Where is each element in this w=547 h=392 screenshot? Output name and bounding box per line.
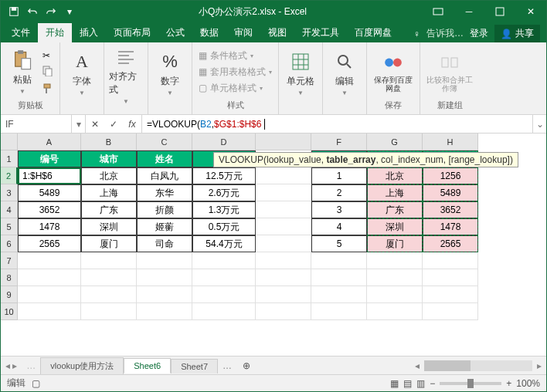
group-number: %数字▼ [148, 42, 192, 114]
share-label: 共享 [515, 27, 534, 40]
copy-icon[interactable] [42, 66, 55, 79]
maximize-icon[interactable] [484, 1, 515, 22]
alignment-button[interactable]: 对齐方式▼ [109, 46, 143, 105]
chevron-down-icon: ▼ [341, 90, 348, 96]
worksheet-area[interactable]: VLOOKUP(lookup_value, table_array, col_i… [1, 133, 546, 356]
title-bar: ▾ 小Q办公演示2.xlsx - Excel ─ ✕ [1, 1, 546, 22]
zoom-level[interactable]: 100% [516, 378, 540, 389]
name-box[interactable]: IF [1, 115, 72, 133]
namebox-dropdown-icon[interactable]: ▾ [72, 115, 86, 133]
font-button[interactable]: A字体▼ [65, 50, 99, 96]
sheet-tab-0[interactable]: vlookup使用方法 [40, 357, 124, 374]
paste-icon [11, 49, 34, 72]
login-button[interactable]: 登录 [470, 27, 488, 40]
zoom-out-icon[interactable]: − [430, 378, 435, 389]
cell-style-icon: ▢ [199, 83, 207, 93]
tab-review[interactable]: 审阅 [226, 23, 260, 42]
active-cell[interactable]: 1:$H$6 [18, 167, 81, 184]
formula-bar: IF ▾ ✕ ✓ fx =VLOOKUP(B2,$G$1:$H$6 ⌄ [1, 115, 546, 133]
save-icon[interactable] [5, 3, 22, 20]
cell-style-button[interactable]: ▢单元格样式 ▾ [197, 81, 274, 96]
svg-rect-9 [44, 84, 50, 88]
sheet-tab-bar: ◂ ▸ … vlookup使用方法 Sheet6 Sheet7 … ⊕ ◂ ▸ [1, 356, 546, 374]
group-styles: ▦条件格式 ▾ ▦套用表格格式 ▾ ▢单元格样式 ▾ 样式 [192, 42, 279, 114]
table-fmt-icon: ▦ [199, 66, 207, 77]
conditional-format-button[interactable]: ▦条件格式 ▾ [197, 49, 274, 63]
share-button[interactable]: 👤共享 [494, 25, 540, 42]
format-painter-icon[interactable] [42, 83, 55, 96]
compare-icon [438, 51, 461, 74]
editing-label: 编辑 [335, 75, 354, 88]
group-cells: 单元格▼ [279, 42, 323, 114]
view-normal-icon[interactable]: ▦ [390, 378, 399, 389]
group-alignment: 对齐方式▼ [104, 42, 148, 114]
group-compare: 比较和合并工作簿 新建组 [420, 42, 479, 114]
formula-expand-icon[interactable]: ⌄ [532, 115, 546, 133]
svg-rect-1 [12, 8, 15, 11]
tab-file[interactable]: 文件 [4, 23, 38, 42]
svg-rect-6 [22, 59, 31, 69]
tab-baidu[interactable]: 百度网盘 [347, 23, 399, 42]
hscroll-right-icon[interactable]: ▸ [532, 360, 546, 371]
fx-icon[interactable]: fx [123, 119, 141, 130]
tab-home[interactable]: 开始 [38, 23, 72, 42]
macro-record-icon[interactable]: ▢ [32, 378, 40, 389]
tell-me-icon[interactable]: ♀ [413, 29, 420, 39]
chevron-down-icon: ▼ [167, 90, 173, 96]
cond-fmt-icon: ▦ [199, 50, 207, 61]
close-icon[interactable]: ✕ [515, 1, 546, 22]
number-button[interactable]: %数字▼ [153, 50, 187, 96]
tab-formulas[interactable]: 公式 [158, 23, 192, 42]
align-label: 对齐方式 [109, 70, 143, 96]
tab-layout[interactable]: 页面布局 [106, 23, 158, 42]
quick-access-toolbar: ▾ [1, 3, 83, 20]
paste-button[interactable]: 粘贴 ▼ [5, 49, 39, 95]
editing-button[interactable]: 编辑▼ [328, 50, 362, 96]
hscroll-left-icon[interactable]: ◂ [410, 360, 424, 371]
sheet-nav[interactable]: ◂ ▸ [1, 360, 22, 371]
save-group-label: 保存 [385, 100, 402, 113]
sheet-tab-1[interactable]: Sheet6 [124, 358, 171, 373]
redo-icon[interactable] [42, 3, 59, 20]
chevron-down-icon: ▼ [19, 88, 25, 95]
tab-view[interactable]: 视图 [260, 23, 294, 42]
zoom-in-icon[interactable]: + [506, 378, 511, 389]
percent-icon: % [158, 50, 182, 73]
chevron-down-icon: ▼ [79, 90, 85, 96]
table-format-button[interactable]: ▦套用表格格式 ▾ [197, 65, 274, 79]
cut-icon[interactable]: ✂ [42, 50, 55, 61]
group-font: A字体▼ [60, 42, 104, 114]
chevron-down-icon: ▼ [297, 90, 304, 96]
baidu-save-button[interactable]: 保存到百度网盘 [372, 51, 415, 93]
compare-button: 比较和合并工作簿 [425, 51, 474, 93]
cancel-formula-icon[interactable]: ✕ [86, 119, 104, 130]
group-editing: 编辑▼ [323, 42, 367, 114]
undo-icon[interactable] [24, 3, 41, 20]
formula-input[interactable]: =VLOOKUP(B2,$G$1:$H$6 [142, 115, 532, 133]
ribbon-tabs: 文件 开始 插入 页面布局 公式 数据 审阅 视图 开发工具 百度网盘 ♀ 告诉… [1, 22, 546, 42]
zoom-slider[interactable] [440, 382, 501, 385]
qat-customize-icon[interactable]: ▾ [61, 3, 78, 20]
clipboard-label: 剪贴板 [18, 100, 43, 113]
view-pagebreak-icon[interactable]: ▥ [416, 378, 425, 389]
horizontal-scrollbar[interactable] [424, 360, 532, 371]
tab-developer[interactable]: 开发工具 [294, 23, 347, 42]
svg-rect-15 [451, 58, 457, 67]
window-title: 小Q办公演示2.xlsx - Excel [83, 5, 423, 19]
tab-insert[interactable]: 插入 [72, 23, 106, 42]
sheet-more-icon[interactable]: … [218, 360, 236, 371]
ribbon-display-icon[interactable] [423, 1, 454, 22]
tell-me-label[interactable]: 告诉我… [426, 27, 464, 40]
svg-rect-8 [46, 69, 52, 76]
new-sheet-icon[interactable]: ⊕ [236, 360, 257, 371]
accept-formula-icon[interactable]: ✓ [104, 119, 123, 130]
baidu-save-label: 保存到百度网盘 [372, 76, 415, 93]
align-icon [114, 46, 138, 69]
formula-tooltip: VLOOKUP(lookup_value, table_array, col_i… [213, 152, 518, 167]
svg-rect-2 [433, 8, 443, 15]
view-layout-icon[interactable]: ▤ [403, 378, 412, 389]
minimize-icon[interactable]: ─ [454, 1, 484, 22]
tab-data[interactable]: 数据 [192, 23, 226, 42]
cells-button[interactable]: 单元格▼ [284, 50, 318, 96]
sheet-tab-2[interactable]: Sheet7 [171, 359, 218, 373]
